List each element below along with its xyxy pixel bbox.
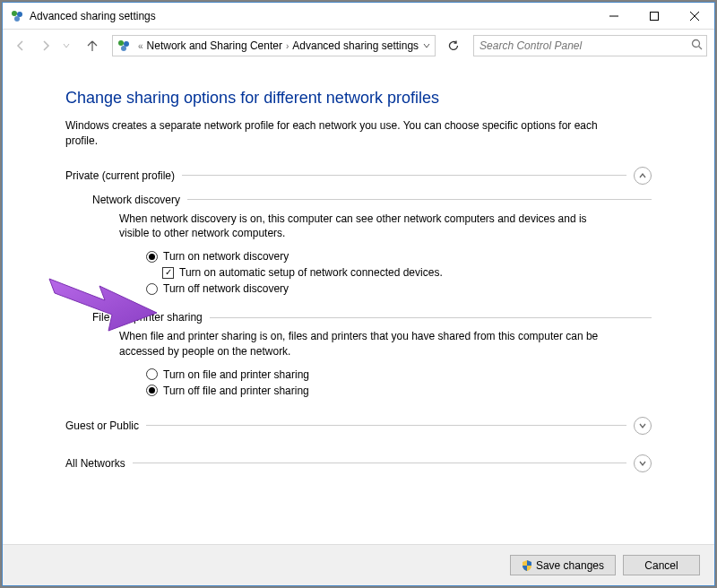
expand-all-networks-button[interactable] bbox=[634, 454, 652, 472]
up-button[interactable] bbox=[82, 35, 103, 56]
breadcrumb-item-advanced-sharing[interactable]: Advanced sharing settings bbox=[292, 39, 419, 52]
breadcrumb-chevron-icon: › bbox=[282, 41, 292, 51]
radio-label: Turn on file and printer sharing bbox=[163, 368, 309, 381]
section-all-networks-header[interactable]: All Networks bbox=[65, 454, 652, 472]
svg-line-11 bbox=[698, 47, 702, 50]
forward-button[interactable] bbox=[35, 35, 56, 56]
svg-rect-4 bbox=[650, 12, 658, 20]
radio-label: Turn off network discovery bbox=[163, 282, 289, 295]
radio-icon bbox=[146, 368, 158, 380]
network-sharing-icon bbox=[117, 39, 131, 53]
section-all-networks-label: All Networks bbox=[65, 457, 125, 470]
network-discovery-description: When network discovery is on, this compu… bbox=[119, 212, 603, 242]
svg-point-7 bbox=[118, 40, 124, 46]
search-icon[interactable] bbox=[687, 39, 706, 53]
network-discovery-label: Network discovery bbox=[92, 194, 180, 206]
file-printer-description: When file and printer sharing is on, fil… bbox=[119, 329, 603, 359]
breadcrumb-separator: « bbox=[134, 41, 147, 51]
radio-turn-off-file-printer-sharing[interactable]: Turn off file and printer sharing bbox=[146, 385, 652, 397]
search-box[interactable] bbox=[473, 35, 707, 56]
svg-line-5 bbox=[690, 12, 699, 21]
breadcrumb[interactable]: « Network and Sharing Center › Advanced … bbox=[112, 35, 436, 56]
collapse-private-button[interactable] bbox=[634, 167, 652, 185]
page-title: Change sharing options for different net… bbox=[65, 89, 652, 108]
svg-point-8 bbox=[124, 41, 129, 47]
uac-shield-icon bbox=[522, 560, 532, 571]
minimize-button[interactable] bbox=[593, 3, 634, 29]
svg-point-9 bbox=[121, 46, 126, 51]
maximize-button[interactable] bbox=[634, 3, 674, 29]
page-description: Windows creates a separate network profi… bbox=[65, 118, 603, 149]
svg-point-2 bbox=[14, 16, 20, 22]
file-printer-label: File and printer sharing bbox=[92, 311, 203, 324]
radio-turn-on-network-discovery[interactable]: Turn on network discovery bbox=[146, 250, 652, 263]
svg-point-10 bbox=[692, 40, 699, 48]
checkbox-icon: ✓ bbox=[162, 267, 174, 279]
titlebar: Advanced sharing settings bbox=[3, 3, 714, 30]
footer: Save changes Cancel bbox=[3, 544, 714, 585]
section-private-header[interactable]: Private (current profile) bbox=[65, 167, 652, 185]
save-changes-button[interactable]: Save changes bbox=[510, 555, 616, 575]
section-guest-label: Guest or Public bbox=[65, 419, 139, 432]
checkbox-label: Turn on automatic setup of network conne… bbox=[179, 266, 443, 279]
content-area: Change sharing options for different net… bbox=[3, 62, 714, 544]
svg-point-0 bbox=[12, 11, 17, 16]
radio-turn-off-network-discovery[interactable]: Turn off network discovery bbox=[146, 282, 652, 295]
radio-label: Turn off file and printer sharing bbox=[163, 385, 309, 397]
back-button[interactable] bbox=[10, 35, 31, 56]
cancel-button[interactable]: Cancel bbox=[623, 555, 700, 575]
breadcrumb-item-network-sharing-center[interactable]: Network and Sharing Center bbox=[147, 39, 282, 52]
navbar: « Network and Sharing Center › Advanced … bbox=[3, 30, 714, 62]
window-frame: Advanced sharing settings bbox=[2, 2, 715, 586]
recent-dropdown[interactable] bbox=[60, 35, 73, 56]
control-panel-icon bbox=[10, 9, 24, 23]
search-input[interactable] bbox=[474, 39, 687, 52]
save-changes-label: Save changes bbox=[536, 559, 604, 572]
subsection-file-printer-header: File and printer sharing bbox=[92, 311, 652, 324]
expand-guest-button[interactable] bbox=[634, 417, 652, 435]
checkbox-auto-setup-devices[interactable]: ✓ Turn on automatic setup of network con… bbox=[162, 266, 652, 279]
svg-line-6 bbox=[690, 12, 699, 21]
window-title: Advanced sharing settings bbox=[30, 10, 156, 22]
radio-turn-on-file-printer-sharing[interactable]: Turn on file and printer sharing bbox=[146, 368, 652, 381]
radio-label: Turn on network discovery bbox=[163, 250, 289, 263]
radio-icon bbox=[146, 283, 158, 295]
section-private-label: Private (current profile) bbox=[65, 169, 175, 182]
svg-point-1 bbox=[17, 12, 22, 17]
subsection-network-discovery-header: Network discovery bbox=[92, 194, 652, 206]
refresh-button[interactable] bbox=[443, 35, 464, 56]
radio-icon bbox=[146, 385, 158, 396]
radio-icon bbox=[146, 251, 158, 263]
breadcrumb-dropdown[interactable] bbox=[419, 39, 435, 52]
cancel-label: Cancel bbox=[644, 559, 678, 572]
section-guest-header[interactable]: Guest or Public bbox=[65, 417, 652, 435]
close-button[interactable] bbox=[674, 3, 714, 29]
